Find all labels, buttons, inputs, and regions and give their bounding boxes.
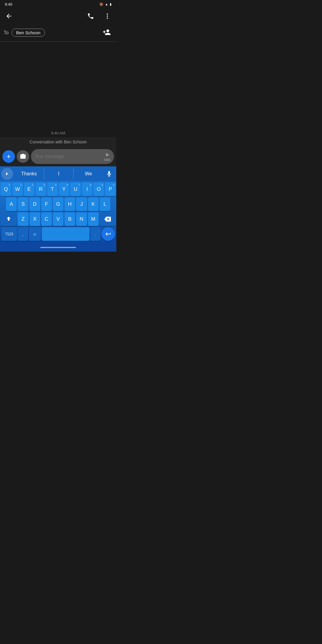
suggestions-list: Thanks I We [14, 169, 103, 179]
bottom-bar [0, 243, 116, 252]
suggestion-i[interactable]: I [44, 169, 74, 179]
back-button[interactable] [4, 11, 14, 21]
svg-point-2 [107, 18, 108, 19]
add-recipient-button[interactable] [101, 26, 113, 39]
symbols-button[interactable]: ?123 [1, 227, 17, 241]
camera-button[interactable] [17, 150, 29, 163]
phone-icon [87, 13, 94, 20]
recipients-row: To Ben Schoon [0, 24, 116, 42]
key-b[interactable]: B [64, 212, 75, 226]
key-w[interactable]: 2W [12, 182, 23, 196]
backspace-button[interactable] [100, 212, 116, 226]
key-a[interactable]: A [6, 197, 17, 211]
plus-icon: + [7, 152, 11, 161]
period-key[interactable]: . [90, 227, 100, 241]
suggestion-row: Thanks I We [0, 166, 116, 181]
key-k[interactable]: K [88, 197, 99, 211]
shift-button[interactable] [1, 212, 17, 226]
key-y[interactable]: 6Y [59, 182, 69, 196]
text-input-container: ➤ SMS [31, 149, 114, 164]
key-z[interactable]: Z [18, 212, 28, 226]
keyboard: 1Q 2W 3E 4R 5T 6Y 7U 8I 9O 0P A S D F G … [0, 181, 116, 243]
home-indicator [40, 247, 76, 248]
key-l[interactable]: L [100, 197, 110, 211]
key-n[interactable]: N [76, 212, 87, 226]
input-row: + ➤ SMS [0, 147, 116, 166]
voice-input-button[interactable] [103, 168, 115, 180]
message-area: 9:40 AM [0, 42, 116, 137]
send-arrow-icon: ➤ [105, 151, 109, 158]
more-options-button[interactable] [102, 11, 113, 21]
send-label: SMS [104, 158, 110, 162]
back-icon [5, 13, 13, 20]
status-icons: 🔕 ▲ ▮ [99, 2, 112, 6]
screen: 9:40 🔕 ▲ ▮ [0, 0, 116, 252]
key-f[interactable]: F [41, 197, 52, 211]
key-u[interactable]: 7U [70, 182, 81, 196]
keyboard-row-3: Z X C V B N M [1, 212, 116, 226]
camera-icon [20, 153, 26, 160]
svg-point-1 [107, 16, 108, 17]
keyboard-row-4: ?123 , ☺ . [1, 227, 116, 241]
enter-icon [105, 231, 112, 237]
emoji-button[interactable]: ☺ [29, 227, 41, 241]
key-t[interactable]: 5T [47, 182, 58, 196]
wifi-icon: ▲ [105, 2, 108, 6]
more-icon [104, 13, 111, 20]
keyboard-row-1: 1Q 2W 3E 4R 5T 6Y 7U 8I 9O 0P [1, 182, 116, 196]
key-e[interactable]: 3E [24, 182, 35, 196]
status-time: 9:40 [5, 2, 12, 7]
notification-muted-icon: 🔕 [99, 2, 103, 6]
shift-icon [6, 216, 12, 222]
call-button[interactable] [85, 11, 96, 21]
key-j[interactable]: J [76, 197, 87, 211]
send-button[interactable]: ➤ SMS [104, 151, 110, 162]
key-s[interactable]: S [18, 197, 28, 211]
key-o[interactable]: 9O [93, 182, 104, 196]
message-input[interactable] [35, 154, 104, 159]
space-key[interactable] [42, 227, 89, 241]
key-p[interactable]: 0P [105, 182, 116, 196]
key-v[interactable]: V [53, 212, 64, 226]
status-bar: 9:40 🔕 ▲ ▮ [0, 0, 116, 8]
key-i[interactable]: 8I [82, 182, 92, 196]
suggestion-we[interactable]: We [74, 169, 103, 179]
key-h[interactable]: H [64, 197, 75, 211]
to-label: To [4, 30, 9, 35]
key-x[interactable]: X [30, 212, 40, 226]
backspace-icon [104, 216, 111, 222]
conversation-label: Conversation with Ben Schoon [0, 137, 116, 147]
app-bar [0, 8, 116, 24]
suggestions-expand-button[interactable] [1, 168, 13, 180]
battery-icon: ▮ [110, 2, 112, 6]
key-g[interactable]: G [53, 197, 64, 211]
key-c[interactable]: C [41, 212, 52, 226]
app-bar-right [85, 11, 113, 21]
key-q[interactable]: 1Q [1, 182, 11, 196]
add-attachment-button[interactable]: + [2, 150, 15, 163]
suggestion-thanks[interactable]: Thanks [14, 169, 44, 179]
svg-point-0 [107, 13, 108, 15]
add-person-icon [103, 28, 111, 36]
enter-button[interactable] [101, 227, 115, 241]
message-timestamp: 9:40 AM [51, 131, 65, 135]
comma-key[interactable]: , [18, 227, 28, 241]
keyboard-row-2: A S D F G H J K L [1, 197, 116, 211]
app-bar-left [4, 11, 14, 21]
mic-icon [106, 171, 112, 177]
key-m[interactable]: M [88, 212, 99, 226]
chevron-right-icon [4, 171, 10, 177]
key-r[interactable]: 4R [35, 182, 46, 196]
recipient-chip[interactable]: Ben Schoon [12, 29, 45, 37]
key-d[interactable]: D [29, 197, 40, 211]
recipient-name: Ben Schoon [16, 30, 41, 35]
